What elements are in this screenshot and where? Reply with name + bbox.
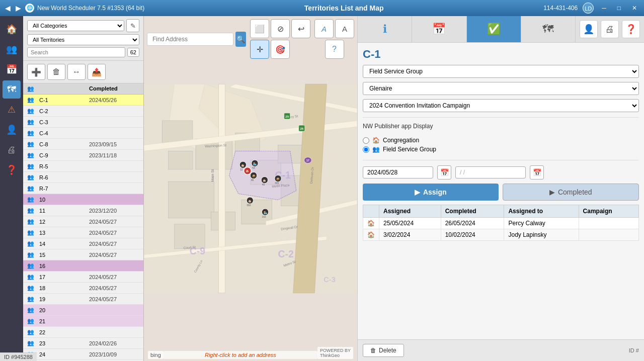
delete-action-btn[interactable]: 🗑 — [47, 64, 65, 80]
list-item[interactable]: 👥 15 2024/05/27 — [23, 249, 143, 260]
deselect-tool-btn[interactable]: ⊘ — [271, 19, 290, 38]
map-search-btn[interactable]: 🔍 — [235, 32, 246, 47]
nav-back-btn[interactable]: ◀ — [4, 4, 12, 12]
list-item[interactable]: 👥 C-1 2024/05/26 — [23, 95, 143, 106]
delete-btn-label: Delete — [379, 347, 396, 354]
campaign-dropdown[interactable]: 2024 Convention Invitation Campaign — [363, 99, 639, 112]
tab-calendar[interactable]: 📅 — [412, 16, 466, 42]
sidebar-icon-alert[interactable]: ⚠ — [3, 101, 21, 119]
add-btn[interactable]: ➕ — [27, 64, 45, 80]
delete-territory-btn[interactable]: 🗑 Delete — [363, 344, 404, 357]
territory-dropdown[interactable]: All Territories — [27, 34, 139, 45]
label-a-btn[interactable]: A — [314, 19, 334, 38]
svg-rect-5 — [168, 151, 192, 169]
sidebar-icon-help[interactable]: ❓ — [3, 161, 21, 179]
assign-btn-icon: ▶ — [415, 188, 420, 196]
list-item[interactable]: 👥 R-5 — [23, 161, 143, 172]
export-btn[interactable]: 📤 — [88, 64, 106, 80]
assign-date-input[interactable] — [363, 166, 433, 178]
list-item[interactable]: 👥 20 — [23, 305, 143, 316]
assignment-row: 🏠 25/05/2024 26/05/2024 Percy Calway — [363, 218, 639, 229]
row-person-icon: 👥 — [27, 251, 39, 258]
list-item[interactable]: 👥 11 2023/12/20 — [23, 205, 143, 216]
list-item[interactable]: 👥 C-9 2023/11/18 — [23, 150, 143, 161]
territory-list[interactable]: 👥 C-1 2024/05/26 👥 C-2 👥 C-3 👥 C-4 👥 C-8… — [23, 95, 143, 361]
map-area[interactable]: 🔍 ⬜ ⊘ ↩ ✛ 🎯 A A ? — [144, 16, 357, 361]
list-item[interactable]: 👥 19 2024/05/27 — [23, 294, 143, 305]
select-tool-btn[interactable]: ⬜ — [250, 19, 269, 38]
publisher-radio-group: 🏠 Congregation 👥 Field Service Group — [363, 135, 639, 155]
tab-task[interactable]: ✅ — [467, 16, 521, 42]
sidebar-icon-calendar[interactable]: 📅 — [3, 60, 21, 78]
radio-field-service[interactable] — [363, 146, 369, 153]
right-panel: ℹ 📅 ✅ 🗺 👤 🖨 ❓ C-1 Field Service Group Gl… — [357, 16, 644, 361]
list-item[interactable]: 👥 13 2024/05/27 — [23, 227, 143, 238]
map-label-group: A A ? — [314, 19, 354, 59]
list-item[interactable]: 👥 10 — [23, 194, 143, 205]
list-header: 👥 Completed — [23, 83, 143, 95]
list-item[interactable]: 👥 24 2023/10/09 — [23, 349, 143, 360]
list-item[interactable]: 👥 C-8 2023/09/15 — [23, 139, 143, 150]
list-item[interactable]: 👥 22 — [23, 327, 143, 338]
row-territory-name: 12 — [39, 219, 89, 225]
assign-date-picker-btn[interactable]: 📅 — [437, 165, 451, 179]
list-item[interactable]: 👥 R-6 — [23, 172, 143, 183]
group-dropdown[interactable]: Field Service Group — [363, 65, 639, 78]
maximize-btn[interactable]: □ — [614, 4, 624, 13]
sidebar-icon-print[interactable]: 🖨 — [3, 141, 21, 159]
move-btn[interactable]: ↔ — [67, 64, 86, 80]
tab-person[interactable]: 👤 — [580, 20, 598, 38]
edit-btn[interactable]: ✎ — [126, 19, 139, 32]
locate-btn[interactable]: 🎯 — [271, 40, 290, 59]
list-item[interactable]: 👥 C-2 — [23, 106, 143, 117]
divider-2 — [363, 160, 639, 160]
help-map-btn[interactable]: ? — [325, 40, 344, 59]
tab-print[interactable]: 🖨 — [601, 20, 619, 38]
sidebar-icon-home[interactable]: 🏠 — [3, 20, 21, 38]
sidebar-icon-people[interactable]: 👥 — [3, 40, 21, 58]
list-item[interactable]: 👥 16 — [23, 260, 143, 272]
map-search-input[interactable] — [147, 33, 233, 46]
label-b-btn[interactable]: A — [335, 19, 354, 38]
row-completed-date: 2024/05/27 — [89, 230, 139, 236]
list-item[interactable]: 👥 23 2024/02/26 — [23, 338, 143, 349]
list-item[interactable]: 👥 R-7 — [23, 183, 143, 194]
close-btn[interactable]: ✕ — [629, 4, 640, 13]
completed-date-picker-btn[interactable]: 📅 — [530, 165, 544, 179]
list-item[interactable]: 👥 17 2024/05/27 — [23, 272, 143, 283]
row-person-icon: 👥 — [27, 174, 39, 180]
sidebar-icon-map[interactable]: 🗺 — [3, 80, 21, 99]
tab-help[interactable]: ❓ — [622, 20, 640, 38]
sidebar-icon-person[interactable]: 👤 — [3, 121, 21, 139]
list-item[interactable]: 👥 18 2024/05/27 — [23, 283, 143, 294]
search-input[interactable] — [27, 47, 125, 57]
list-item[interactable]: 👥 C-3 — [23, 117, 143, 128]
divider-1 — [363, 117, 639, 118]
list-item[interactable]: 👥 C-4 — [23, 128, 143, 139]
tab-info[interactable]: ℹ — [358, 16, 412, 42]
nav-fwd-btn[interactable]: ▶ — [15, 4, 22, 12]
tab-map[interactable]: 🗺 — [521, 16, 576, 42]
sidebar-icons: 🏠 👥 📅 🗺 ⚠ 👤 🖨 ❓ — [0, 16, 23, 361]
row-completed-date: 2024/05/27 — [89, 252, 139, 258]
right-click-hint: Right-click to add an address — [164, 351, 317, 359]
user-badge[interactable]: LD — [583, 3, 594, 14]
assignment-assignee: Percy Calway — [504, 218, 579, 229]
location-dropdown[interactable]: Glenaire — [363, 82, 639, 95]
category-dropdown[interactable]: All Categories — [27, 20, 124, 31]
move-map-btn[interactable]: ✛ — [250, 40, 269, 59]
row-territory-name: 20 — [39, 307, 89, 313]
row-person-icon: 👥 — [27, 207, 39, 214]
assignment-campaign — [579, 229, 638, 241]
completed-action-btn[interactable]: ▶ Completed — [503, 184, 639, 201]
list-item[interactable]: 👥 14 2024/05/27 — [23, 238, 143, 249]
pan-tool-btn[interactable]: ↩ — [291, 19, 310, 38]
minimize-btn[interactable]: ─ — [599, 4, 609, 13]
radio-congregation[interactable] — [363, 137, 369, 144]
assignment-home-icon: 🏠 — [363, 218, 379, 229]
list-header-name — [39, 85, 89, 92]
svg-rect-11 — [168, 182, 214, 218]
assign-btn[interactable]: ▶ Assign — [363, 184, 499, 201]
list-item[interactable]: 👥 21 — [23, 316, 143, 327]
list-item[interactable]: 👥 12 2024/05/27 — [23, 216, 143, 227]
